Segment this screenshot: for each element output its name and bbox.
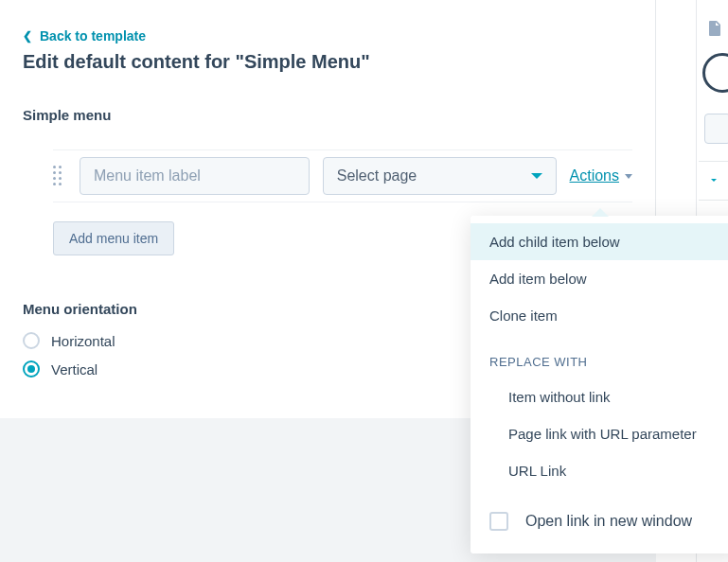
- open-new-window-checkbox[interactable]: [489, 512, 508, 531]
- select-page-dropdown[interactable]: Select page: [323, 157, 557, 195]
- radio-label: Horizontal: [51, 333, 115, 349]
- back-link-label: Back to template: [40, 28, 146, 44]
- open-new-window-row: Open link in new window: [471, 489, 728, 531]
- open-new-window-label: Open link in new window: [525, 513, 692, 530]
- add-menu-item-button[interactable]: Add menu item: [53, 221, 174, 255]
- radio-unchecked-icon: [23, 332, 40, 349]
- radio-label: Vertical: [51, 361, 98, 378]
- replace-with-header: REPLACE WITH: [471, 334, 728, 378]
- actions-menu-trigger[interactable]: Actions: [570, 167, 632, 184]
- actions-dropdown: Add child item below Add item below Clon…: [471, 216, 728, 553]
- collapse-sidebar-button[interactable]: [699, 161, 728, 201]
- replace-page-link-url-param[interactable]: Page link with URL parameter: [471, 415, 728, 452]
- action-add-child-below[interactable]: Add child item below: [471, 223, 728, 260]
- select-page-label: Select page: [337, 167, 417, 184]
- sidebar-tool-button[interactable]: [704, 114, 728, 144]
- replace-url-link[interactable]: URL Link: [471, 452, 728, 489]
- caret-down-icon: [531, 173, 542, 179]
- document-icon[interactable]: [708, 21, 721, 40]
- chevron-left-icon: ❮: [23, 29, 32, 43]
- action-clone-item[interactable]: Clone item: [471, 297, 728, 334]
- radio-checked-icon: [23, 360, 40, 378]
- replace-item-without-link[interactable]: Item without link: [471, 378, 728, 415]
- avatar[interactable]: [702, 53, 728, 93]
- menu-item-row: Select page Actions: [53, 149, 632, 202]
- action-add-item-below[interactable]: Add item below: [471, 260, 728, 297]
- menu-item-label-input[interactable]: [80, 157, 310, 195]
- caret-down-icon: [625, 174, 632, 179]
- back-link[interactable]: ❮ Back to template: [23, 28, 146, 44]
- drag-handle-icon[interactable]: [53, 166, 66, 186]
- actions-label: Actions: [570, 167, 619, 184]
- section-heading: Simple menu: [23, 107, 632, 123]
- page-title: Edit default content for "Simple Menu": [23, 51, 632, 73]
